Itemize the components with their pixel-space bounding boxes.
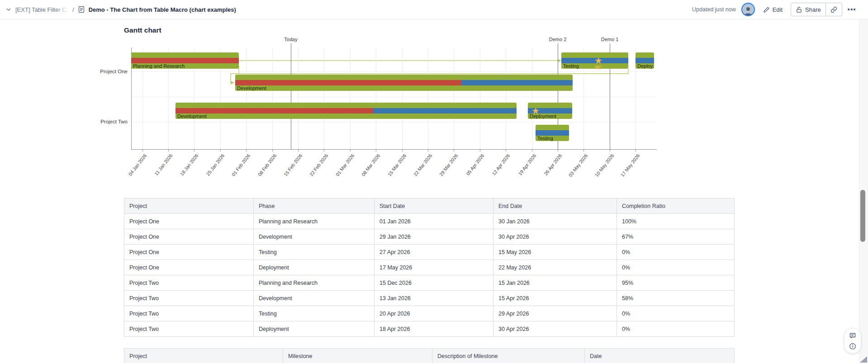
- gantt-gridline: [376, 47, 376, 149]
- table-cell: 20 Apr 2026: [375, 306, 493, 321]
- gantt-gridline: [428, 47, 428, 149]
- gantt-bar-label: Development: [237, 85, 266, 91]
- table-cell: Development: [254, 291, 375, 306]
- gantt-marker-label: Demo 2: [540, 37, 576, 42]
- table-cell: 58%: [617, 291, 735, 306]
- gantt-bar-progress-stripe: [636, 58, 654, 63]
- gantt-axis-tick-label: 26 Apr 2026: [534, 153, 563, 188]
- table-row: Project TwoTesting20 Apr 202629 Apr 2026…: [124, 306, 735, 321]
- gantt-axis-tick-label: 04 Jan 2026: [119, 153, 148, 188]
- gantt-axis-tick-label: 10 May 2026: [586, 153, 615, 188]
- gantt-bar-completed-portion: [131, 58, 239, 63]
- avatar[interactable]: [741, 3, 755, 16]
- breadcrumb-separator: /: [72, 6, 74, 13]
- table-cell: 17 May 2026: [375, 260, 493, 275]
- copy-link-button[interactable]: [826, 3, 842, 16]
- gantt-x-axis: [131, 149, 657, 150]
- gantt-axis-tick-label: 22 Mar 2026: [404, 153, 433, 188]
- table-cell: 27 Apr 2026: [375, 245, 493, 260]
- gantt-axis-tick-label: 08 Mar 2026: [352, 153, 381, 188]
- table-cell: 18 Apr 2026: [375, 321, 493, 337]
- share-label: Share: [805, 6, 821, 13]
- table-cell: Project One: [124, 245, 254, 260]
- table-row: Project TwoDevelopment13 Jan 202615 Apr …: [124, 291, 735, 306]
- edit-button[interactable]: Edit: [760, 5, 785, 15]
- gantt-axis-tick-label: 17 May 2026: [612, 153, 641, 188]
- table-cell: 13 Jan 2026: [375, 291, 493, 306]
- table-header-cell: Start Date: [375, 198, 493, 214]
- gantt-bar-completed-portion: [235, 80, 461, 85]
- gantt-bar-progress-stripe: [235, 80, 573, 85]
- table-header-cell: Description of Milestone: [432, 349, 585, 363]
- table-row: Project OneDevelopment29 Jan 202630 Apr …: [124, 229, 735, 245]
- gantt-marker-label: Today: [273, 37, 309, 42]
- table-cell: Project One: [124, 229, 254, 245]
- breadcrumb-fade: [56, 6, 69, 13]
- gantt-axis-tick-label: 01 Mar 2026: [326, 153, 356, 188]
- table-cell: Project One: [124, 214, 254, 229]
- table-cell: 22 May 2026: [493, 260, 617, 275]
- gantt-row-label: Project Two: [91, 119, 128, 124]
- gantt-bar-label: Testing: [563, 63, 579, 69]
- gantt-gridline: [402, 47, 403, 149]
- table-cell: 30 Apr 2026: [493, 321, 617, 337]
- table-header-cell: Project: [124, 198, 254, 214]
- gantt-bar-label: Development: [177, 113, 207, 119]
- gantt-axis-tick-label: 29 Mar 2026: [430, 153, 459, 188]
- info-button[interactable]: [849, 343, 856, 350]
- table-cell: 30 Apr 2026: [493, 229, 617, 245]
- gantt-axis-tick-label: 18 Jan 2026: [170, 153, 199, 188]
- floating-action-pill: [844, 328, 861, 354]
- gantt-marker-label: Demo 1: [592, 37, 628, 42]
- share-button[interactable]: Share: [791, 3, 825, 16]
- gantt-axis-tick-label: 08 Feb 2026: [248, 153, 278, 188]
- breadcrumb[interactable]: [EXT] Table Filter Conten: [15, 6, 69, 13]
- share-button-group: Share: [791, 3, 842, 16]
- gantt-bar-label: Planning and Research: [133, 63, 185, 69]
- table-row: Project OneTesting27 Apr 202615 May 2026…: [124, 245, 735, 260]
- gantt-gridline: [506, 47, 506, 149]
- gantt-gridline: [350, 47, 351, 149]
- gantt-bar-label: Testing: [537, 136, 553, 141]
- table-cell: 0%: [617, 260, 735, 275]
- table-cell: 15 Apr 2026: [493, 291, 617, 306]
- scrollbar-thumb[interactable]: [860, 190, 865, 242]
- link-icon: [830, 6, 837, 13]
- gantt-milestone-star-icon: ★: [530, 106, 541, 115]
- scroll-corner-triangle: [860, 356, 867, 363]
- table-cell: Planning and Research: [254, 275, 375, 291]
- table-row: Project TwoDeployment18 Apr 202630 Apr 2…: [124, 321, 735, 337]
- table-row: Project OneDeployment17 May 202622 May 2…: [124, 260, 735, 275]
- comment-feedback-button[interactable]: [849, 332, 856, 339]
- table-cell: 15 Jan 2026: [493, 275, 617, 291]
- gantt-gridline: [480, 47, 480, 149]
- table-row: Project TwoPlanning and Research15 Dec 2…: [124, 275, 735, 291]
- gantt-bar-development: Development: [175, 103, 517, 119]
- table-cell: 0%: [617, 321, 735, 337]
- gantt-axis-tick-label: 11 Jan 2026: [144, 153, 174, 188]
- table-cell: Project Two: [124, 275, 254, 291]
- gantt-bar-progress-stripe: [131, 58, 239, 63]
- chevron-down-icon[interactable]: [5, 6, 12, 13]
- table-header-cell: End Date: [493, 198, 617, 214]
- table-header-cell: Project: [124, 349, 283, 363]
- table-header-cell: Completion Ratio: [617, 198, 735, 214]
- gantt-axis-tick-label: 25 Jan 2026: [196, 153, 226, 188]
- table-header-cell: Milestone: [283, 349, 432, 363]
- gantt-gridline: [532, 47, 532, 149]
- more-actions-button[interactable]: •••: [848, 6, 856, 13]
- gantt-gridline: [324, 47, 324, 149]
- updated-status[interactable]: Updated just now: [692, 6, 736, 13]
- gantt-gridline: [272, 47, 273, 149]
- gantt-axis-tick-label: 05 Apr 2026: [456, 153, 485, 188]
- page-title: Demo - The Chart from Table Macro (chart…: [89, 6, 236, 13]
- phase-table: ProjectPhaseStart DateEnd DateCompletion…: [124, 198, 735, 337]
- table-cell: 67%: [617, 229, 735, 245]
- gantt-bar-development: Development: [235, 75, 573, 91]
- gantt-marker-line: [291, 43, 291, 149]
- milestone-table: ProjectMilestoneDescription of Milestone…: [124, 348, 735, 363]
- table-cell: 29 Apr 2026: [493, 306, 617, 321]
- table-cell: Testing: [254, 306, 375, 321]
- table-cell: Deployment: [254, 321, 375, 337]
- gantt-chart: 04 Jan 202611 Jan 202618 Jan 202625 Jan …: [0, 0, 868, 190]
